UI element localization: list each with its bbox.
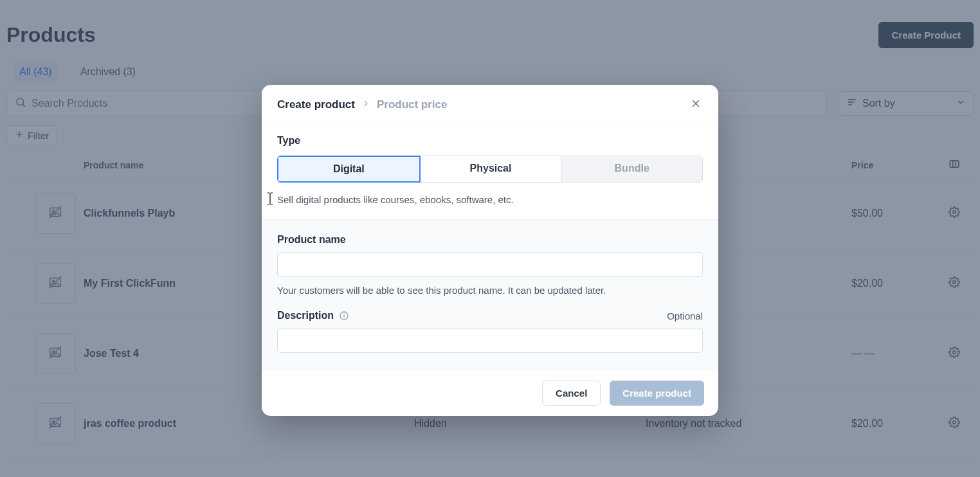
name-label: Product name (277, 234, 346, 246)
description-label: Description (277, 310, 349, 321)
type-option-physical[interactable]: Physical (421, 156, 562, 183)
svg-point-30 (344, 314, 345, 314)
description-input[interactable] (277, 328, 703, 353)
modal-overlay: Create product Product price Type Digita… (0, 0, 980, 477)
breadcrumb-step1: Create product (277, 98, 355, 111)
breadcrumb: Create product Product price (277, 98, 448, 111)
close-icon (690, 98, 702, 111)
cancel-button[interactable]: Cancel (542, 381, 601, 406)
info-icon (339, 310, 349, 321)
type-label: Type (277, 135, 703, 147)
type-toggle-group: Digital Physical Bundle (277, 156, 703, 183)
chevron-right-icon (361, 99, 370, 111)
create-product-submit-button[interactable]: Create product (610, 381, 704, 406)
type-option-bundle: Bundle (561, 156, 703, 183)
optional-label: Optional (667, 310, 703, 321)
product-name-input[interactable] (277, 252, 703, 277)
close-button[interactable] (690, 98, 702, 111)
name-help: Your customers will be able to see this … (277, 285, 703, 296)
type-description: Sell digital products like courses, eboo… (277, 194, 703, 205)
breadcrumb-step2: Product price (377, 98, 448, 111)
type-option-digital[interactable]: Digital (277, 156, 421, 183)
create-product-modal: Create product Product price Type Digita… (262, 85, 718, 416)
